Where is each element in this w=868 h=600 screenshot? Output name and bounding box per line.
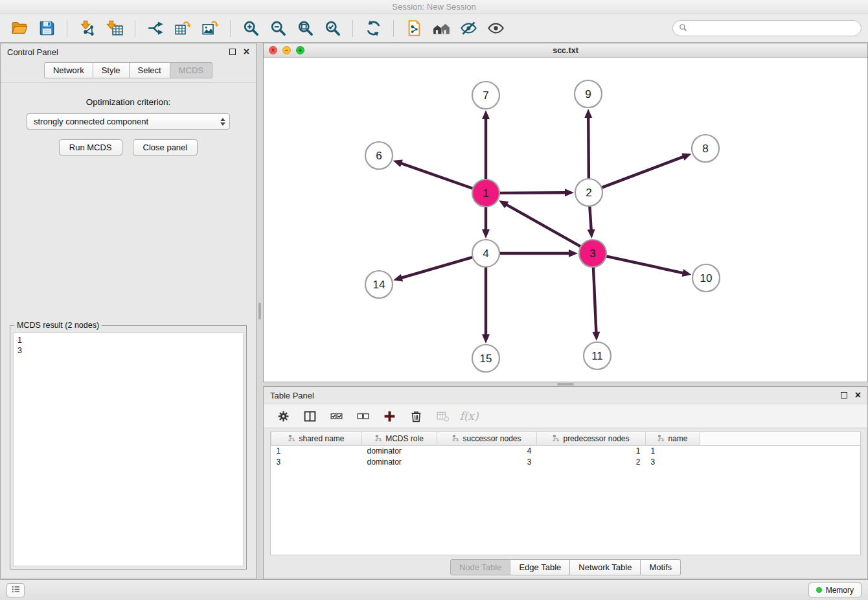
cell-shared-name[interactable]: 1 — [271, 445, 362, 456]
zoom-selected-icon[interactable] — [319, 17, 345, 40]
main-toolbar — [0, 14, 868, 43]
duplicate-network-icon[interactable] — [401, 17, 427, 40]
export-image-icon[interactable] — [197, 17, 223, 40]
node-1[interactable]: 1 — [472, 179, 499, 207]
tab-edge-table[interactable]: Edge Table — [510, 559, 570, 575]
search-input[interactable] — [691, 23, 855, 33]
cell-successor-nodes[interactable]: 3 — [437, 456, 537, 467]
edge-3-10[interactable] — [606, 256, 692, 277]
run-mcds-button[interactable]: Run MCDS — [59, 139, 122, 156]
column-header-name[interactable]: name — [646, 432, 700, 445]
network-canvas[interactable]: 7968124314101511 — [264, 58, 867, 382]
tab-select[interactable]: Select — [130, 62, 170, 78]
close-window-icon[interactable]: × — [269, 46, 277, 54]
node-table-grid: shared nameMCDS rolesuccessor nodesprede… — [271, 432, 860, 467]
save-session-icon[interactable] — [34, 17, 60, 40]
column-header-predecessor-nodes[interactable]: predecessor nodes — [537, 432, 646, 445]
edge-4-14[interactable] — [393, 257, 473, 282]
minimize-window-icon[interactable]: − — [282, 46, 291, 54]
delete-column-icon[interactable] — [407, 407, 425, 425]
close-table-panel-icon[interactable]: × — [855, 390, 861, 400]
node-8[interactable]: 8 — [692, 135, 719, 162]
network-graph[interactable]: 7968124314101511 — [264, 58, 867, 382]
close-mcds-panel-button[interactable]: Close panel — [133, 139, 198, 156]
node-14[interactable]: 14 — [365, 271, 393, 298]
mcds-result-list[interactable]: 13 — [13, 332, 244, 566]
node-2[interactable]: 2 — [575, 179, 602, 206]
node-label: 14 — [373, 279, 385, 291]
cell-shared-name[interactable]: 3 — [271, 456, 362, 467]
float-table-panel-icon[interactable] — [841, 392, 847, 398]
node-10[interactable]: 10 — [692, 264, 720, 292]
export-network-icon[interactable] — [143, 17, 168, 40]
table-panel-header: Table Panel × — [264, 387, 867, 404]
home-icon[interactable] — [428, 17, 454, 40]
float-panel-icon[interactable] — [229, 49, 236, 55]
cell-predecessor-nodes[interactable]: 1 — [537, 445, 646, 456]
edge-1-7[interactable] — [482, 110, 490, 179]
apply-layout-icon[interactable] — [360, 17, 386, 40]
import-network-icon[interactable] — [74, 17, 100, 40]
window-title: Session: New Session — [392, 2, 475, 12]
node-7[interactable]: 7 — [472, 82, 499, 109]
deselect-all-icon[interactable] — [354, 407, 372, 425]
cell-successor-nodes[interactable]: 4 — [437, 445, 537, 456]
node-3[interactable]: 3 — [579, 240, 606, 267]
edge-2-9[interactable] — [584, 109, 592, 179]
eye-icon[interactable] — [483, 17, 508, 40]
splitter-grip-icon — [557, 383, 574, 386]
tab-node-table[interactable]: Node Table — [450, 559, 511, 575]
gear-icon[interactable] — [274, 407, 292, 425]
close-panel-icon[interactable]: × — [244, 47, 249, 57]
eye-slash-icon[interactable] — [455, 17, 481, 40]
edge-3-1[interactable] — [499, 200, 581, 246]
cell-mcds-role[interactable]: dominator — [362, 456, 437, 467]
node-6[interactable]: 6 — [365, 142, 393, 169]
import-table-icon[interactable] — [102, 17, 128, 40]
column-header-shared-name[interactable]: shared name — [271, 432, 362, 445]
edge-4-15[interactable] — [482, 267, 490, 343]
edge-2-3[interactable] — [588, 206, 595, 238]
cell-name[interactable]: 3 — [646, 456, 700, 467]
edge-4-3[interactable] — [499, 249, 578, 257]
edge-1-4[interactable] — [482, 207, 490, 238]
vertical-splitter[interactable] — [257, 43, 263, 579]
column-header-successor-nodes[interactable]: successor nodes — [437, 432, 537, 445]
export-table-icon[interactable] — [170, 17, 196, 40]
zoom-out-icon[interactable] — [265, 17, 291, 40]
column-label: shared name — [299, 434, 344, 443]
tab-network-table[interactable]: Network Table — [570, 559, 641, 575]
tab-style[interactable]: Style — [93, 62, 130, 78]
tab-network[interactable]: Network — [44, 62, 93, 78]
split-view-icon[interactable] — [301, 407, 319, 425]
task-history-button[interactable] — [6, 583, 25, 597]
tab-motifs[interactable]: Motifs — [641, 559, 681, 575]
table-row[interactable]: 1dominator411 — [271, 445, 861, 456]
maximize-window-icon[interactable]: + — [296, 46, 304, 54]
cell-name[interactable]: 1 — [646, 445, 700, 456]
edge-1-2[interactable] — [499, 189, 574, 196]
node-4[interactable]: 4 — [472, 240, 499, 267]
criterion-dropdown[interactable]: strongly connected component — [27, 113, 230, 130]
edge-3-11[interactable] — [592, 267, 600, 341]
column-header-mcds-role[interactable]: MCDS role — [362, 432, 437, 445]
zoom-in-icon[interactable] — [238, 17, 264, 40]
search-box[interactable] — [672, 20, 862, 36]
open-session-icon[interactable] — [6, 17, 32, 40]
zoom-fit-icon[interactable] — [292, 17, 318, 40]
cell-filler — [700, 456, 861, 467]
edge-1-6[interactable] — [393, 160, 473, 189]
add-column-icon[interactable] — [380, 407, 398, 425]
node-15[interactable]: 15 — [472, 345, 499, 372]
network-window-title: scc.txt — [264, 46, 867, 55]
edge-2-8[interactable] — [602, 153, 692, 187]
cell-predecessor-nodes[interactable]: 2 — [537, 456, 646, 467]
select-all-icon[interactable] — [327, 407, 345, 425]
tab-mcds[interactable]: MCDS — [170, 62, 212, 78]
node-11[interactable]: 11 — [584, 342, 611, 369]
table-panel-title: Table Panel — [270, 391, 314, 400]
table-row[interactable]: 3dominator323 — [271, 456, 861, 467]
node-9[interactable]: 9 — [575, 80, 602, 108]
cell-mcds-role[interactable]: dominator — [362, 445, 437, 456]
memory-button[interactable]: Memory — [808, 583, 862, 597]
